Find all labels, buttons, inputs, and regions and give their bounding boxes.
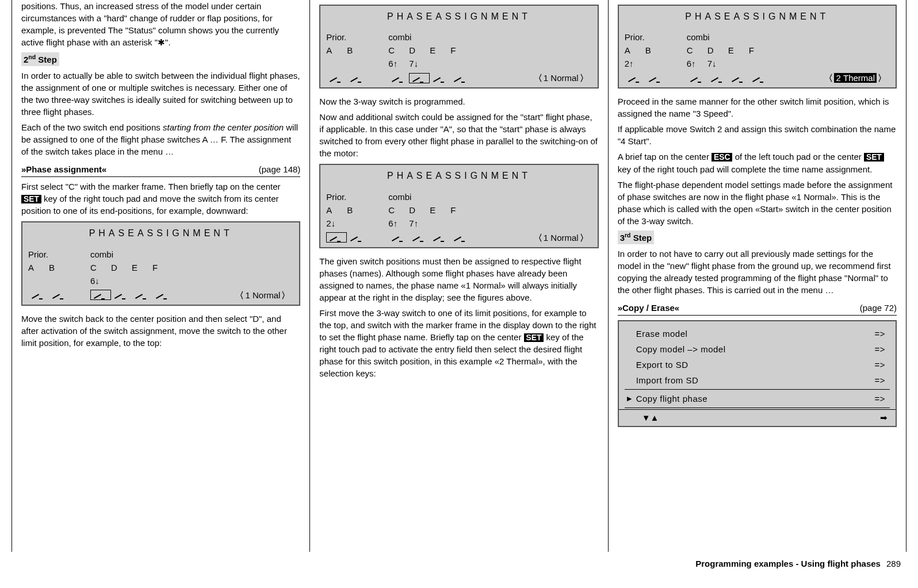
- menu-item-import-sd: Import from SD=>: [619, 372, 896, 388]
- set-key: SET: [524, 333, 544, 342]
- page-ref: (page 72): [860, 302, 897, 314]
- esc-key: ESC: [712, 153, 732, 162]
- switch-icon: [28, 291, 49, 299]
- screen-title: PHASEASSIGNMENT: [28, 227, 293, 240]
- set-key: SET: [864, 153, 884, 162]
- asterisk-glyph: ✱: [158, 38, 165, 47]
- footer-title: Programming examples - Using flight phas…: [695, 558, 881, 570]
- body-text: positions. Thus, an increased stress of …: [21, 0, 300, 49]
- switch-icon: [132, 291, 152, 299]
- menu-name: »Phase assignment«: [21, 163, 106, 175]
- body-text: Proceed in the same manner for the other…: [618, 95, 897, 120]
- column-1: positions. Thus, an increased stress of …: [12, 0, 310, 552]
- switch-icon: [111, 291, 132, 299]
- lcd-screen-phase-assignment-1: PHASEASSIGNMENT Prior.combi ABCDEF 6↓ 〈1…: [21, 221, 300, 305]
- menu-item-copy-model: Copy model –> model=>: [619, 341, 896, 357]
- set-key: SET: [21, 195, 41, 203]
- body-text: A brief tap on the center ESC of the lef…: [618, 151, 897, 175]
- menu-reference-copy-erase: »Copy / Erase« (page 72): [618, 299, 897, 316]
- step-2-heading: 2nd Step: [21, 52, 59, 66]
- body-text: Move the switch back to the center posit…: [21, 313, 300, 349]
- lcd-screen-phase-assignment-3: PHASEASSIGNMENT Prior.combi ABCDEF 2↓6↑7…: [319, 164, 598, 248]
- lcd-screen-phase-assignment-2: PHASEASSIGNMENT Prior.combi ABCDEF 6↑7↓ …: [319, 5, 598, 89]
- right-arrow-icon: ➡: [880, 412, 888, 424]
- body-text: Now and additional switch could be assig…: [319, 111, 598, 159]
- switch-icon: [49, 291, 70, 299]
- body-text: Now the 3-way switch is programmed.: [319, 95, 598, 107]
- menu-item-copy-flight-phase-selected: Copy flight phase=>: [619, 391, 896, 406]
- menu-name: »Copy / Erase«: [618, 302, 680, 314]
- lcd-screen-phase-assignment-4: PHASEASSIGNMENT Prior.combi ABCDEF 2↑6↑7…: [618, 5, 897, 89]
- body-text: In order to not have to carry out all pr…: [618, 248, 897, 296]
- step-3-heading: 3rd Step: [618, 230, 655, 244]
- page-footer: Programming examples - Using flight phas…: [0, 552, 918, 570]
- body-text: First move the 3-way switch to one of it…: [319, 307, 598, 379]
- lcd-screen-copy-erase: Erase model=> Copy model –> model=> Expo…: [618, 320, 897, 427]
- switch-icon-selected: [90, 290, 111, 300]
- column-3: PHASEASSIGNMENT Prior.combi ABCDEF 2↑6↑7…: [609, 0, 906, 552]
- menu-item-export-sd: Export to SD=>: [619, 357, 896, 372]
- up-down-arrows-icon: ▼▲: [642, 412, 659, 424]
- page-ref: (page 148): [259, 163, 301, 175]
- phase-tag-thermal: 〈2 Thermal〉: [821, 72, 890, 84]
- body-text: The flight-phase dependent model setting…: [618, 179, 897, 227]
- menu-item-erase-model: Erase model=>: [619, 326, 896, 341]
- body-text: Each of the two switch end positions sta…: [21, 121, 300, 157]
- screen-footer-nav: ▼▲➡: [619, 409, 896, 426]
- body-text: First select "C" with the marker frame. …: [21, 180, 300, 217]
- switch-icon: [152, 291, 173, 299]
- body-text: The given switch positions must then be …: [319, 255, 598, 303]
- column-2: PHASEASSIGNMENT Prior.combi ABCDEF 6↑7↓ …: [310, 0, 608, 552]
- body-text: If applicable move Switch 2 and assign t…: [618, 123, 897, 147]
- body-text: In order to actually be able to switch b…: [21, 70, 300, 118]
- phase-tag: 〈1 Normal〉: [232, 289, 293, 301]
- menu-reference-phase-assignment: »Phase assignment« (page 148): [21, 161, 300, 177]
- page-number: 289: [886, 558, 901, 570]
